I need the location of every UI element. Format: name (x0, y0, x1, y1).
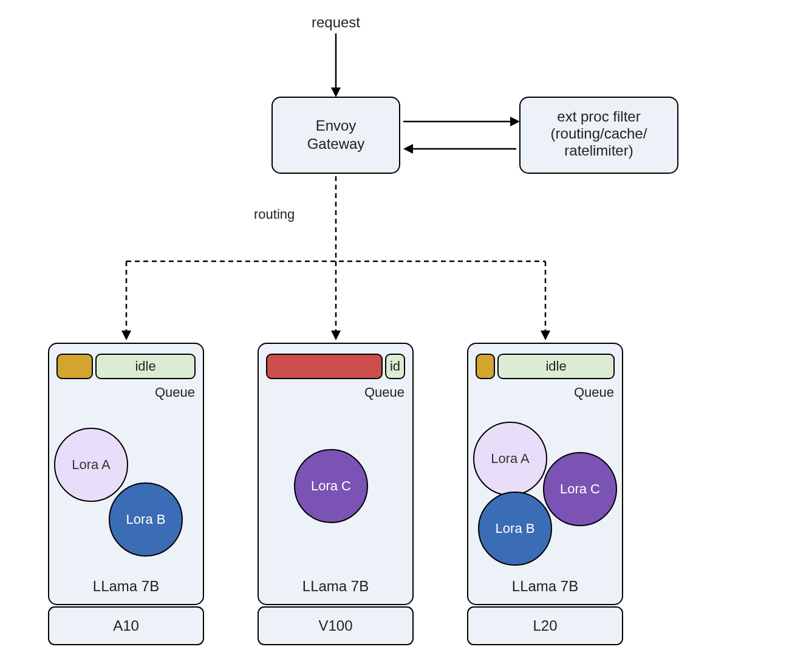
svg-marker-5 (510, 117, 520, 126)
model-label: LLama 7B (93, 578, 159, 594)
gpu-node-a10: idleQueueLora ALora BLLama 7BA10 (49, 343, 203, 645)
arrow-envoy-to-extproc (403, 117, 520, 126)
svg-marker-11 (121, 331, 131, 340)
idle-label: idle (135, 358, 155, 374)
queue-busy-bar (57, 354, 92, 379)
model-label: LLama 7B (512, 578, 578, 594)
lora-label-lora-a: Lora A (491, 451, 530, 466)
lora-label-lora-a: Lora A (72, 457, 111, 472)
svg-marker-7 (403, 144, 413, 154)
svg-marker-15 (541, 331, 550, 340)
lora-label-lora-c: Lora C (560, 481, 600, 496)
envoy-gateway-label-1: Envoy (316, 117, 357, 134)
gpu-label: A10 (113, 617, 139, 634)
routing-lines (121, 176, 550, 340)
queue-label: Queue (364, 385, 405, 400)
svg-marker-13 (331, 331, 341, 340)
routing-label: routing (254, 207, 295, 222)
model-label: LLama 7B (302, 578, 369, 594)
ext-proc-filter-box: ext proc filter (routing/cache/ ratelimi… (520, 97, 678, 173)
arrow-extproc-to-envoy (403, 144, 516, 154)
envoy-gateway-label-2: Gateway (307, 135, 365, 152)
gpu-node-v100: idQueueLora CLLama 7BV100 (258, 343, 413, 645)
queue-label: Queue (155, 385, 195, 400)
queue-label: Queue (574, 385, 614, 400)
queue-busy-bar (267, 354, 382, 379)
ext-proc-label-2: (routing/cache/ (551, 125, 647, 142)
gpu-nodes: idleQueueLora ALora BLLama 7BA10idQueueL… (49, 343, 623, 645)
ext-proc-label-3: ratelimiter) (564, 142, 633, 159)
lora-label-lora-c: Lora C (311, 478, 351, 493)
ext-proc-label-1: ext proc filter (557, 108, 640, 125)
lora-label-lora-b: Lora B (496, 521, 535, 536)
lora-label-lora-b: Lora B (126, 512, 166, 527)
idle-label: id (390, 358, 400, 374)
gpu-label: L20 (533, 617, 557, 634)
queue-busy-bar (476, 354, 494, 379)
envoy-gateway-box: Envoy Gateway (272, 97, 400, 173)
gpu-node-l20: idleQueueLora ALora CLora BLLama 7BL20 (468, 343, 623, 645)
architecture-diagram: request Envoy Gateway ext proc filter (r… (0, 0, 792, 672)
request-label: request (312, 14, 360, 30)
idle-label: idle (545, 358, 566, 374)
arrow-request-to-envoy (331, 33, 341, 97)
gpu-label: V100 (318, 617, 352, 634)
svg-marker-1 (331, 87, 341, 97)
